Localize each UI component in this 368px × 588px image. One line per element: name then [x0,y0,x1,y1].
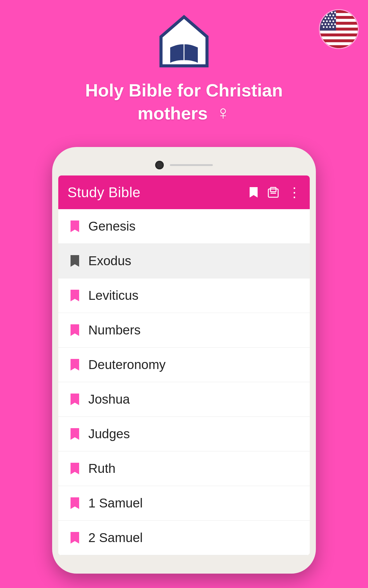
bookmark-icon [71,497,79,509]
bookmark-icon [71,324,79,336]
bookmark-icon [71,532,79,544]
app-icon [153,12,215,74]
book-list-item[interactable]: 2 Samuel [58,521,310,555]
book-list: GenesisExodusLeviticusNumbersDeuteronomy… [58,209,310,555]
book-name: Leviticus [88,288,138,303]
phone-mockup: Study Bible ⋮ GenesisExodu [52,147,316,574]
bookmark-icon [71,428,79,440]
phone-camera [155,161,164,169]
book-name: Ruth [88,461,116,476]
book-list-item[interactable]: Ruth [58,451,310,486]
book-name: Exodus [88,254,131,268]
more-options-button[interactable]: ⋮ [288,186,301,199]
book-list-item[interactable]: Leviticus [58,278,310,313]
book-list-item[interactable]: 1 Samuel [58,486,310,521]
book-name: 1 Samuel [88,496,143,511]
book-name: Deuteronomy [88,357,166,372]
book-name: Joshua [88,392,130,407]
book-name: 2 Samuel [88,530,143,545]
book-name: Genesis [88,219,136,234]
book-list-item[interactable]: Deuteronomy [58,348,310,382]
bookmark-icon [71,394,79,405]
app-title: Holy Bible for Christian mothers ♀ [67,80,301,124]
app-bar: Study Bible ⋮ [58,175,310,209]
bookmark-button[interactable] [248,187,259,198]
book-list-item[interactable]: Numbers [58,313,310,348]
share-button[interactable] [267,187,279,198]
book-list-item[interactable]: Judges [58,417,310,451]
phone-speaker [170,164,213,166]
phone-top-bar [58,156,310,175]
app-bar-title: Study Bible [67,184,140,201]
bookmark-icon [71,463,79,474]
app-bar-icons: ⋮ [248,186,301,199]
book-list-item[interactable]: Genesis [58,209,310,244]
book-name: Judges [88,427,130,441]
book-name: Numbers [88,323,140,337]
book-list-item[interactable]: Joshua [58,382,310,417]
bookmark-icon [71,290,79,301]
bookmark-icon [71,255,79,267]
svg-rect-41 [270,187,276,192]
phone-screen: Study Bible ⋮ GenesisExodu [58,175,310,555]
book-list-item[interactable]: Exodus [58,244,310,278]
bookmark-icon [71,359,79,371]
bookmark-icon [71,221,79,232]
female-symbol: ♀ [216,101,230,125]
